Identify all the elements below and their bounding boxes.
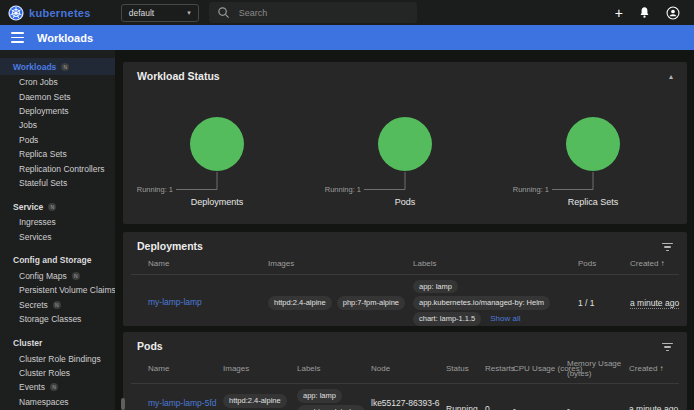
col-images[interactable]: Images [223,364,297,374]
sidebar-item-config-maps[interactable]: Config Maps N [0,269,115,283]
page-title: Workloads [37,32,93,44]
top-bar: kubernetes default ▾ + [0,0,694,25]
sidebar-item-config-and-storage[interactable]: Config and Storage [0,252,115,269]
namespace-value: default [129,8,155,18]
sidebar-item-ingresses[interactable]: Ingresses [0,215,115,229]
pod-name-link[interactable]: my-lamp-lamp-5fd985cf68-jwvz4 [148,398,217,410]
workload-status-title: Workload Status [137,70,220,82]
col-name[interactable]: Name [148,259,268,269]
col-labels[interactable]: Labels [413,259,578,269]
search-icon [217,6,230,19]
replica-sets-pie-slice [566,117,620,171]
sort-arrow-icon: ↑ [660,259,664,268]
sidebar-nav: Workloads N Cron Jobs Daemon Sets Deploy… [0,50,115,410]
col-pods[interactable]: Pods [578,259,630,269]
filter-icon[interactable] [662,341,673,352]
chart-legend: Running: 1 [137,185,173,194]
deployments-title: Deployments [137,240,203,252]
node-name: lke55127-86393-622f8d09399a [371,398,446,410]
chart-legend: Running: 1 [513,185,549,194]
col-memory-usage[interactable]: Memory Usage (bytes) [567,359,629,378]
deployment-name-link[interactable]: my-lamp-lamp [148,297,202,307]
sidebar-item-deployments[interactable]: Deployments [0,104,115,118]
label-chip: app: lamp [297,389,342,403]
kubernetes-wheel-icon [8,5,24,21]
pod-table-row[interactable]: my-lamp-lamp-5fd985cf68-jwvz4 httpd:2.4-… [131,384,679,410]
pods-title: Pods [137,340,163,352]
search-bar[interactable] [209,2,417,23]
col-name[interactable]: Name [148,364,223,374]
col-labels[interactable]: Labels [297,364,371,374]
pods-status-chart[interactable]: Running: 1 Pods [311,88,499,207]
show-all-link[interactable]: Show all [490,314,520,323]
menu-icon[interactable] [11,32,24,42]
sidebar-item-storage-classes[interactable]: Storage Classes [0,312,115,326]
sidebar-item-secrets[interactable]: Secrets N [0,298,115,312]
namespaced-badge-icon: N [53,301,61,309]
sidebar-item-daemon-sets[interactable]: Daemon Sets [0,89,115,103]
sidebar-scrollbar-thumb[interactable] [121,398,125,410]
sidebar-item-jobs[interactable]: Jobs [0,118,115,132]
chart-legend: Running: 1 [325,185,361,194]
kubernetes-logo[interactable]: kubernetes [8,5,91,21]
pod-memory-usage: - [567,404,629,410]
sort-arrow-icon: ↑ [659,364,663,373]
collapse-caret-icon[interactable]: ▴ [669,72,673,81]
brand-name: kubernetes [29,7,91,19]
chart-title: Replica Sets [499,197,687,207]
pods-card: Pods Name Images Labels Node Status Rest… [123,332,687,410]
col-status[interactable]: Status [446,364,485,374]
col-restarts[interactable]: Restarts [485,364,513,374]
sidebar-item-persistent-volume-claims[interactable]: Persistent Volume Claims N [0,283,115,297]
namespace-selector[interactable]: default ▾ [121,4,199,22]
page-toolbar: Workloads [0,25,694,50]
col-images[interactable]: Images [268,259,413,269]
created-timestamp: a minute ago [630,298,679,309]
chart-title: Deployments [123,197,311,207]
deployments-status-chart[interactable]: Running: 1 Deployments [123,88,311,207]
sidebar-item-cluster[interactable]: Cluster [0,334,115,351]
sidebar-item-replica-sets[interactable]: Replica Sets [0,147,115,161]
pods-table-header: Name Images Labels Node Status Restarts … [131,356,679,384]
pod-cpu-usage: - [513,404,567,410]
sidebar-item-events[interactable]: Events N [0,380,115,394]
pod-restarts: 0 [485,404,513,410]
filter-icon[interactable] [662,241,673,252]
col-created[interactable]: Created↑ [629,364,679,374]
main-content: Workload Status ▴ Running: 1 Deployments [115,50,694,410]
col-cpu-usage[interactable]: CPU Usage (cores) [513,364,567,374]
label-chip: app: lamp [413,280,458,294]
deployments-table-header: Name Images Labels Pods Created↑ [131,256,679,275]
search-input[interactable] [239,8,389,18]
user-profile-icon[interactable] [666,6,680,20]
sidebar-item-workloads[interactable]: Workloads N [0,58,115,75]
label-chip: chart: lamp-1.1.5 [413,312,481,326]
notifications-bell-icon[interactable] [638,6,651,19]
sidebar-item-service[interactable]: Service N [0,198,115,215]
sidebar-item-pods[interactable]: Pods [0,133,115,147]
image-chip: php:7-fpm-alpine [337,296,405,310]
col-node[interactable]: Node [371,364,446,374]
pods-pie-slice [378,117,432,171]
label-chip: pod-template-hash: 5fd985cf68 [297,405,365,410]
create-button[interactable]: + [615,6,623,20]
sidebar-item-cluster-role-bindings[interactable]: Cluster Role Bindings [0,351,115,365]
deployments-pie-slice [190,117,244,171]
sidebar-item-services[interactable]: Services [0,230,115,244]
col-created[interactable]: Created↑ [630,259,679,269]
replica-sets-status-chart[interactable]: Running: 1 Replica Sets [499,88,687,207]
namespaced-badge-icon: N [48,203,56,211]
deployment-table-row[interactable]: my-lamp-lamp httpd:2.4-alpine php:7-fpm-… [131,275,679,326]
image-chip: httpd:2.4-alpine [268,296,332,310]
sidebar-item-cron-jobs[interactable]: Cron Jobs [0,75,115,89]
namespaced-badge-icon: N [50,383,58,391]
label-chip: app.kubernetes.io/managed-by: Helm [413,296,550,310]
sidebar-item-cluster-roles[interactable]: Cluster Roles [0,366,115,380]
workload-status-card: Workload Status ▴ Running: 1 Deployments [123,62,687,224]
chart-title: Pods [311,197,499,207]
sidebar-item-stateful-sets[interactable]: Stateful Sets [0,176,115,190]
sidebar-item-namespaces[interactable]: Namespaces [0,395,115,409]
sidebar-item-replication-controllers[interactable]: Replication Controllers [0,161,115,175]
namespaced-badge-icon: N [72,272,80,280]
created-timestamp: a minute ago [629,404,678,410]
